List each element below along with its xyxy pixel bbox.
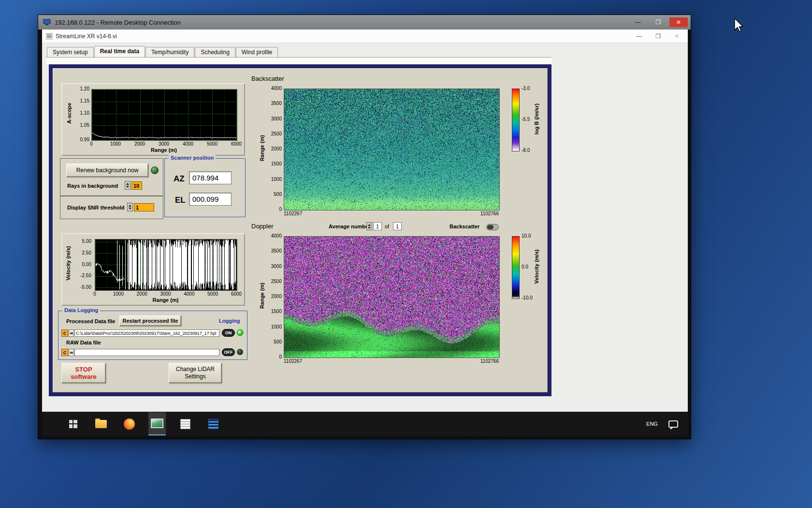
rays-value-field[interactable]: 10	[131, 181, 142, 190]
tab-wind-profile[interactable]: Wind profile	[236, 47, 278, 57]
tick-label: 2.50	[82, 250, 91, 255]
tick-label: 1000	[271, 324, 282, 329]
rdp-window-controls: — ❐ ✕	[629, 17, 688, 27]
backscatter-x-end: 1102766	[450, 211, 499, 216]
backscatter-x-start: 1102267	[284, 211, 302, 216]
app-titlebar[interactable]: StreamLine XR v14-6.vi — ❐ ✕	[42, 30, 688, 43]
notification-icon[interactable]	[665, 412, 682, 435]
doppler-y-axis-label: Range (m)	[259, 271, 265, 320]
tab-real-time-data[interactable]: Real time data	[94, 46, 145, 57]
tick-label: 0	[279, 207, 282, 212]
average-number-spinner[interactable]	[366, 222, 372, 230]
rdp-maximize-button[interactable]: ❐	[649, 17, 667, 27]
scan-scheduler-icon[interactable]	[176, 412, 194, 435]
scanner-position-group: Scanner position AZ 078.994 EL 000.099	[164, 158, 246, 217]
rdp-computer-icon	[43, 19, 51, 26]
processed-logging-switch[interactable]: ON	[222, 329, 235, 337]
doppler-colorbar-tick-mid: 0.0	[522, 264, 528, 269]
raw-path-browse-icon[interactable]	[69, 349, 74, 356]
taskbar-tray: ENG	[643, 412, 688, 436]
tick-label: 3000	[159, 141, 169, 147]
tab-scheduling[interactable]: Scheduling	[195, 47, 235, 57]
snr-value-field[interactable]: 1	[134, 203, 154, 211]
processed-path-field[interactable]: C:\Lidar\Data\Proc\2023\202309\20230917\…	[74, 329, 219, 337]
tick-label: 6000	[231, 141, 242, 147]
average-of-label: of	[385, 224, 389, 229]
rdp-titlebar[interactable]: 192.168.0.122 - Remote Desktop Connectio…	[38, 15, 691, 30]
tick-label: -5.00	[80, 284, 91, 290]
app-minimize-button[interactable]: —	[636, 33, 642, 40]
el-label: EL	[175, 195, 186, 205]
backscatter-colorbar-label: log B (/m/sr)	[534, 95, 539, 143]
doppler-plot-canvas	[284, 236, 500, 358]
background-group: Renew background now Rays in background …	[60, 158, 163, 196]
start-button[interactable]	[64, 412, 82, 435]
app-close-button[interactable]: ✕	[674, 33, 679, 40]
raw-logging-switch[interactable]: OFF	[222, 348, 235, 356]
snr-spinner[interactable]	[127, 203, 133, 211]
data-viewer-icon[interactable]	[204, 412, 222, 435]
velocity-chart-frame: Velocity (m/s) 5.002.500.00-2.50-5.00 01…	[61, 233, 245, 306]
average-number-field[interactable]: 1	[373, 222, 382, 230]
ascope-plot-canvas	[91, 89, 237, 141]
tick-label: 5000	[207, 291, 218, 297]
panel: A-scope 1.201.151.101.050.99 01000200030…	[53, 68, 548, 392]
app-restore-button[interactable]: ❐	[655, 33, 661, 40]
velocity-plot-canvas	[95, 239, 237, 291]
tick-label: 1.10	[80, 110, 89, 116]
ascope-y-axis-label: A-scope	[66, 89, 72, 137]
language-indicator[interactable]: ENG	[643, 412, 661, 435]
velocity-x-ticks: 0100020003000400050006000	[95, 291, 236, 297]
stop-button-line1: STOP	[75, 366, 92, 373]
tick-label: 2500	[271, 279, 282, 284]
tick-label: 0.99	[80, 137, 89, 142]
rdp-close-button[interactable]: ✕	[669, 17, 688, 27]
average-number-label: Average number	[329, 224, 370, 229]
tab-system-setup[interactable]: System setup	[47, 47, 94, 57]
firefox-icon[interactable]	[120, 412, 138, 435]
tick-label: 4000	[271, 86, 282, 91]
folder-icon	[95, 420, 107, 428]
app-title: StreamLine XR v14-6.vi	[56, 33, 117, 40]
tick-label: 0	[93, 291, 96, 297]
tick-label: 4000	[271, 233, 282, 239]
taskbar-apps	[42, 412, 222, 436]
taskbar: ENG	[42, 412, 688, 436]
renew-background-button[interactable]: Renew background now	[66, 164, 148, 177]
doppler-section-title: Doppler	[251, 223, 274, 230]
tick-label: 1000	[113, 291, 124, 297]
change-lidar-settings-button[interactable]: Change LiDAR Settings	[169, 363, 222, 383]
vi-front-panel: A-scope 1.201.151.101.050.99 01000200030…	[42, 58, 688, 412]
processed-path-drive-icon[interactable]: C	[61, 329, 68, 337]
doppler-colorbar-tick-min: -10.0	[522, 295, 533, 300]
toggle-knob	[487, 225, 493, 229]
raw-path-field[interactable]	[74, 349, 219, 356]
doppler-x-end: 1102766	[450, 359, 499, 364]
tab-bar: System setupReal time dataTemp/humidityS…	[46, 46, 551, 58]
file-explorer-icon[interactable]	[92, 412, 110, 435]
tick-label: 500	[274, 339, 282, 344]
rays-spinner[interactable]	[125, 181, 130, 190]
tick-label: 1.15	[80, 98, 89, 104]
tab-temp-humidity[interactable]: Temp/humidity	[145, 47, 194, 57]
streamline-app-icon[interactable]	[148, 412, 166, 435]
az-label: AZ	[174, 174, 185, 184]
tick-label: 1500	[271, 309, 282, 314]
backscatter-doppler-toggle[interactable]	[486, 224, 499, 230]
rdp-window: 192.168.0.122 - Remote Desktop Connectio…	[38, 15, 691, 439]
raw-path-drive-icon[interactable]: C	[61, 349, 68, 356]
tick-label: 3000	[160, 291, 171, 297]
tick-label: 1.20	[80, 86, 89, 91]
rdp-minimize-button[interactable]: —	[629, 17, 647, 27]
tick-label: 1.05	[80, 122, 89, 128]
tick-label: 0	[90, 141, 93, 147]
restart-processed-file-button[interactable]: Restart processed file	[119, 315, 181, 326]
display-toggle-label: Backscatter	[450, 224, 479, 229]
chat-bubble-icon	[668, 420, 678, 428]
tick-label: 4000	[184, 291, 194, 297]
el-value-field: 000.099	[189, 193, 232, 206]
backscatter-y-axis-label: Range (m)	[259, 124, 265, 172]
app-window-controls: — ❐ ✕	[636, 33, 684, 40]
processed-path-browse-icon[interactable]	[69, 329, 74, 337]
stop-software-button[interactable]: STOP software	[61, 363, 106, 383]
